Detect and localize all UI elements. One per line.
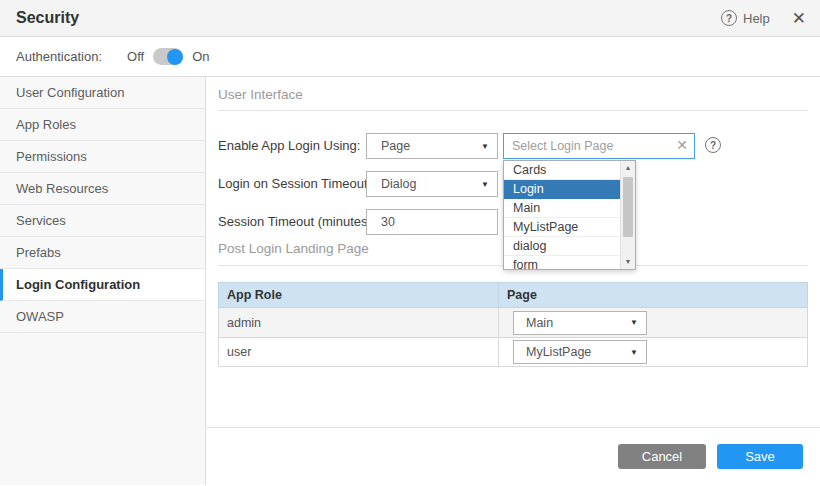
authentication-row: Authentication: Off On xyxy=(0,37,820,77)
session-timeout-input[interactable] xyxy=(366,209,498,235)
security-settings-window: Security ? Help ✕ Authentication: Off On… xyxy=(0,0,820,486)
toggle-knob xyxy=(167,49,183,65)
authentication-label: Authentication: xyxy=(16,49,102,64)
cancel-button[interactable]: Cancel xyxy=(618,444,706,469)
enable-app-login-select[interactable]: Page ▼ xyxy=(366,133,498,159)
login-page-help-icon[interactable]: ? xyxy=(705,137,721,153)
admin-page-select[interactable]: Main ▼ xyxy=(513,311,647,335)
dropdown-scrollbar[interactable]: ▲ ▼ xyxy=(620,161,635,269)
login-on-session-timeout-label: Login on Session Timeout: xyxy=(218,171,371,197)
chevron-down-icon: ▼ xyxy=(481,142,489,151)
auth-off-label: Off xyxy=(127,49,144,64)
scrollbar-thumb[interactable] xyxy=(623,177,633,237)
dropdown-option-main[interactable]: Main xyxy=(504,199,620,218)
table-header-row: App Role Page xyxy=(219,283,808,308)
sidebar-item-login-configuration[interactable]: Login Configuration xyxy=(0,269,205,301)
user-page-select[interactable]: MyListPage ▼ xyxy=(513,340,647,364)
column-header-app-role: App Role xyxy=(219,283,499,308)
app-role-cell: user xyxy=(219,338,499,367)
dropdown-option-cards[interactable]: Cards xyxy=(504,161,620,180)
dropdown-option-form[interactable]: form xyxy=(504,256,620,270)
table-row: user MyListPage ▼ xyxy=(219,338,808,367)
app-role-cell: admin xyxy=(219,308,499,338)
body: User Configuration App Roles Permissions… xyxy=(0,77,820,485)
login-on-session-timeout-value: Dialog xyxy=(381,177,481,191)
sidebar-item-owasp[interactable]: OWASP xyxy=(0,301,205,333)
divider xyxy=(218,110,808,111)
main-content: User Interface Enable App Login Using: P… xyxy=(206,77,820,485)
close-icon[interactable]: ✕ xyxy=(792,10,806,27)
enable-app-login-value: Page xyxy=(381,139,481,153)
sidebar-item-prefabs[interactable]: Prefabs xyxy=(0,237,205,269)
enable-app-login-label: Enable App Login Using: xyxy=(218,133,360,159)
title-bar: Security ? Help ✕ xyxy=(0,0,820,37)
chevron-down-icon: ▼ xyxy=(630,348,638,357)
chevron-down-icon: ▼ xyxy=(481,180,489,189)
session-timeout-label: Session Timeout (minutes): xyxy=(218,209,376,235)
authentication-toggle[interactable] xyxy=(153,48,183,65)
sidebar-item-permissions[interactable]: Permissions xyxy=(0,141,205,173)
dropdown-option-dialog[interactable]: dialog xyxy=(504,237,620,256)
title-bar-actions: ? Help ✕ xyxy=(721,10,806,27)
chevron-down-icon: ▼ xyxy=(630,318,638,327)
sidebar-item-services[interactable]: Services xyxy=(0,205,205,237)
help-icon[interactable]: ? xyxy=(721,10,737,26)
page-title: Security xyxy=(16,9,79,27)
admin-page-value: Main xyxy=(526,316,630,330)
section-title-post-login: Post Login Landing Page xyxy=(218,241,369,256)
dropdown-option-login[interactable]: Login xyxy=(504,180,620,199)
login-on-session-timeout-select[interactable]: Dialog ▼ xyxy=(366,171,498,197)
login-page-combo: ✕ xyxy=(503,133,695,159)
column-header-page: Page xyxy=(499,283,808,308)
sidebar-item-web-resources[interactable]: Web Resources xyxy=(0,173,205,205)
clear-icon[interactable]: ✕ xyxy=(676,137,688,154)
user-page-value: MyListPage xyxy=(526,345,630,359)
scroll-up-icon[interactable]: ▲ xyxy=(621,161,635,175)
login-page-dropdown: Cards Login Main MyListPage dialog form … xyxy=(503,160,636,270)
section-title-user-interface: User Interface xyxy=(218,87,303,102)
save-button[interactable]: Save xyxy=(717,444,803,469)
sidebar-item-user-configuration[interactable]: User Configuration xyxy=(0,77,205,109)
post-login-table: App Role Page admin Main ▼ xyxy=(218,282,808,367)
table-row: admin Main ▼ xyxy=(219,308,808,338)
dropdown-options: Cards Login Main MyListPage dialog form xyxy=(504,161,620,270)
auth-on-label: On xyxy=(192,49,209,64)
sidebar: User Configuration App Roles Permissions… xyxy=(0,77,206,485)
page-cell: Main ▼ xyxy=(499,308,808,338)
sidebar-item-app-roles[interactable]: App Roles xyxy=(0,109,205,141)
help-link[interactable]: Help xyxy=(743,11,770,26)
login-page-search-input[interactable] xyxy=(503,133,695,159)
dropdown-option-mylistpage[interactable]: MyListPage xyxy=(504,218,620,237)
page-cell: MyListPage ▼ xyxy=(499,338,808,367)
scroll-down-icon[interactable]: ▼ xyxy=(621,255,635,269)
footer-divider xyxy=(206,427,820,428)
